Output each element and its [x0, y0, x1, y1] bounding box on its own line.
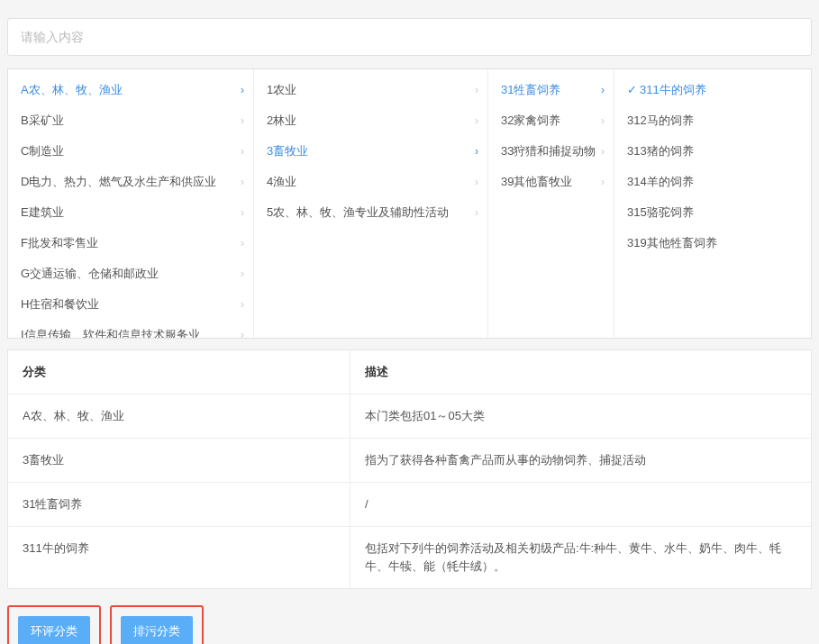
cascader-item[interactable]: ✓311牛的饲养: [614, 75, 811, 105]
check-icon: ✓: [627, 82, 637, 98]
cascader-item[interactable]: E建筑业›: [8, 197, 253, 228]
table-header-row: 分类 描述: [8, 350, 811, 395]
cascader-item[interactable]: D电力、热力、燃气及水生产和供应业›: [8, 167, 253, 197]
cascader-item-label: 314羊的饲养: [627, 174, 694, 190]
chevron-right-icon: ›: [241, 266, 244, 282]
cascader-item[interactable]: 315骆驼饲养: [614, 197, 811, 228]
chevron-right-icon: ›: [475, 174, 478, 190]
cascader-item[interactable]: 312马的饲养: [614, 105, 811, 136]
chevron-right-icon: ›: [601, 113, 605, 129]
cascader-item-label: 1农业: [267, 82, 296, 98]
chevron-right-icon: ›: [241, 143, 244, 159]
table-row: 31牲畜饲养/: [8, 483, 811, 527]
cascader-item[interactable]: 314羊的饲养: [614, 167, 811, 197]
cascader-item-label: 31牲畜饲养: [501, 82, 560, 98]
cascader-item-label: I信息传输、软件和信息技术服务业: [21, 327, 200, 338]
chevron-right-icon: ›: [601, 174, 605, 190]
cell-category: 3畜牧业: [8, 439, 350, 482]
cell-category: 31牲畜饲养: [8, 483, 350, 526]
cascader-item[interactable]: 4渔业›: [254, 167, 487, 197]
cascader-item-label: 3畜牧业: [267, 143, 308, 159]
cascader-item[interactable]: 31牲畜饲养›: [488, 75, 614, 105]
chevron-right-icon: ›: [475, 204, 478, 221]
cell-description: /: [350, 483, 811, 526]
highlight-box-emit: 排污分类: [110, 605, 204, 644]
cascader-item[interactable]: I信息传输、软件和信息技术服务业›: [8, 320, 253, 338]
cascader-item[interactable]: 319其他牲畜饲养: [614, 228, 811, 259]
chevron-right-icon: ›: [241, 327, 244, 338]
chevron-right-icon: ›: [241, 296, 244, 313]
env-classify-button[interactable]: 环评分类: [18, 616, 90, 644]
cascader-item-label: H住宿和餐饮业: [21, 296, 99, 313]
cascader-col-3: 31牲畜饲养›32家禽饲养›33狩猎和捕捉动物›39其他畜牧业›: [488, 69, 614, 338]
header-description: 描述: [350, 350, 811, 394]
cell-category: 311牛的饲养: [8, 527, 350, 588]
chevron-right-icon: ›: [241, 82, 244, 98]
highlight-box-env: 环评分类: [7, 605, 101, 644]
cascader-item-label: 2林业: [267, 113, 296, 129]
category-cascader: A农、林、牧、渔业›B采矿业›C制造业›D电力、热力、燃气及水生产和供应业›E建…: [7, 68, 812, 339]
cascader-item[interactable]: F批发和零售业›: [8, 228, 253, 259]
cascader-item[interactable]: 39其他畜牧业›: [488, 167, 614, 197]
emit-classify-button[interactable]: 排污分类: [121, 616, 193, 644]
cascader-item-label: B采矿业: [21, 113, 64, 129]
description-table: 分类 描述 A农、林、牧、渔业本门类包括01～05大类3畜牧业指为了获得各种畜禽…: [7, 349, 812, 589]
cascader-item-label: A农、林、牧、渔业: [21, 82, 123, 98]
chevron-right-icon: ›: [241, 235, 244, 251]
cascader-item-label: 5农、林、牧、渔专业及辅助性活动: [267, 204, 449, 221]
cascader-item[interactable]: 3畜牧业›: [254, 136, 487, 167]
cascader-item-label: E建筑业: [21, 204, 64, 221]
header-category: 分类: [8, 350, 350, 394]
search-box[interactable]: [7, 18, 812, 56]
cascader-item-label: 312马的饲养: [627, 113, 694, 129]
cascader-item[interactable]: A农、林、牧、渔业›: [8, 75, 253, 105]
cascader-item-label: ✓311牛的饲养: [627, 82, 706, 98]
cascader-item[interactable]: G交通运输、仓储和邮政业›: [8, 259, 253, 289]
chevron-right-icon: ›: [241, 113, 244, 129]
cascader-item[interactable]: C制造业›: [8, 136, 253, 167]
cascader-item[interactable]: 5农、林、牧、渔专业及辅助性活动›: [254, 197, 487, 228]
cascader-item-label: C制造业: [21, 143, 64, 159]
top-gap: [0, 0, 819, 11]
cell-description: 包括对下列牛的饲养活动及相关初级产品:牛:种牛、黄牛、水牛、奶牛、肉牛、牦牛、牛…: [350, 527, 811, 588]
cascader-item-label: 39其他畜牧业: [501, 174, 572, 190]
chevron-right-icon: ›: [241, 204, 244, 221]
chevron-right-icon: ›: [601, 82, 605, 98]
search-input[interactable]: [21, 30, 798, 44]
chevron-right-icon: ›: [475, 143, 478, 159]
cascader-item[interactable]: H住宿和餐饮业›: [8, 289, 253, 320]
cascader-item-label: 32家禽饲养: [501, 113, 560, 129]
button-bar: 环评分类 排污分类: [7, 605, 812, 644]
cascader-item[interactable]: 313猪的饲养: [614, 136, 811, 167]
chevron-right-icon: ›: [475, 82, 478, 98]
cascader-item-label: 319其他牲畜饲养: [627, 235, 717, 251]
cascader-item-label: 315骆驼饲养: [627, 204, 694, 221]
cascader-item-label: 313猪的饲养: [627, 143, 694, 159]
cell-description: 指为了获得各种畜禽产品而从事的动物饲养、捕捉活动: [350, 439, 811, 482]
cascader-item[interactable]: B采矿业›: [8, 105, 253, 136]
cascader-item-label: 33狩猎和捕捉动物: [501, 143, 596, 159]
table-row: 3畜牧业指为了获得各种畜禽产品而从事的动物饲养、捕捉活动: [8, 439, 811, 483]
table-row: A农、林、牧、渔业本门类包括01～05大类: [8, 395, 811, 439]
cascader-col-1: A农、林、牧、渔业›B采矿业›C制造业›D电力、热力、燃气及水生产和供应业›E建…: [8, 69, 254, 338]
cascader-col-2: 1农业›2林业›3畜牧业›4渔业›5农、林、牧、渔专业及辅助性活动›: [254, 69, 488, 338]
cascader-item-label: 4渔业: [267, 174, 296, 190]
cascader-item-label: D电力、热力、燃气及水生产和供应业: [21, 174, 216, 190]
cell-category: A农、林、牧、渔业: [8, 395, 350, 438]
cascader-item-label: F批发和零售业: [21, 235, 98, 251]
cell-description: 本门类包括01～05大类: [350, 395, 811, 438]
cascader-item-label: G交通运输、仓储和邮政业: [21, 266, 159, 282]
cascader-item[interactable]: 2林业›: [254, 105, 487, 136]
cascader-col-4: ✓311牛的饲养312马的饲养313猪的饲养314羊的饲养315骆驼饲养319其…: [614, 69, 811, 338]
cascader-item[interactable]: 1农业›: [254, 75, 487, 105]
table-row: 311牛的饲养包括对下列牛的饲养活动及相关初级产品:牛:种牛、黄牛、水牛、奶牛、…: [8, 527, 811, 588]
cascader-item[interactable]: 33狩猎和捕捉动物›: [488, 136, 614, 167]
chevron-right-icon: ›: [475, 113, 478, 129]
chevron-right-icon: ›: [601, 143, 605, 159]
chevron-right-icon: ›: [241, 174, 244, 190]
cascader-item[interactable]: 32家禽饲养›: [488, 105, 614, 136]
